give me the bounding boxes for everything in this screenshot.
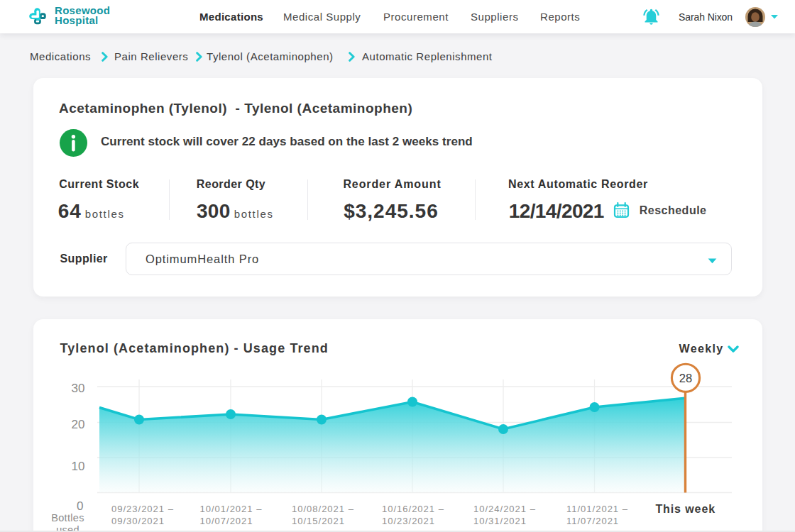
svg-text:10/15/2021: 10/15/2021 (292, 516, 345, 526)
svg-text:09/30/2021: 09/30/2021 (111, 516, 165, 526)
svg-text:10/23/2021: 10/23/2021 (382, 516, 435, 526)
svg-text:11/07/2021: 11/07/2021 (566, 516, 619, 526)
svg-text:28: 28 (679, 372, 692, 384)
svg-text:10/24/2021 –: 10/24/2021 – (473, 504, 536, 514)
svg-text:10: 10 (72, 460, 85, 473)
svg-text:11/01/2021 –: 11/01/2021 – (566, 504, 628, 514)
svg-text:20: 20 (72, 418, 85, 431)
svg-text:Bottles: Bottles (51, 512, 84, 523)
svg-text:30: 30 (72, 382, 85, 395)
svg-text:10/01/2021 –: 10/01/2021 – (200, 504, 263, 514)
svg-text:09/23/2021 –: 09/23/2021 – (111, 504, 174, 514)
svg-text:10/08/2021 –: 10/08/2021 – (292, 504, 354, 514)
svg-text:10/31/2021: 10/31/2021 (473, 516, 527, 526)
svg-text:0: 0 (77, 499, 83, 513)
svg-text:This week: This week (655, 503, 716, 515)
svg-text:10/07/2021: 10/07/2021 (200, 516, 253, 526)
svg-text:10/16/2021 –: 10/16/2021 – (382, 504, 444, 514)
